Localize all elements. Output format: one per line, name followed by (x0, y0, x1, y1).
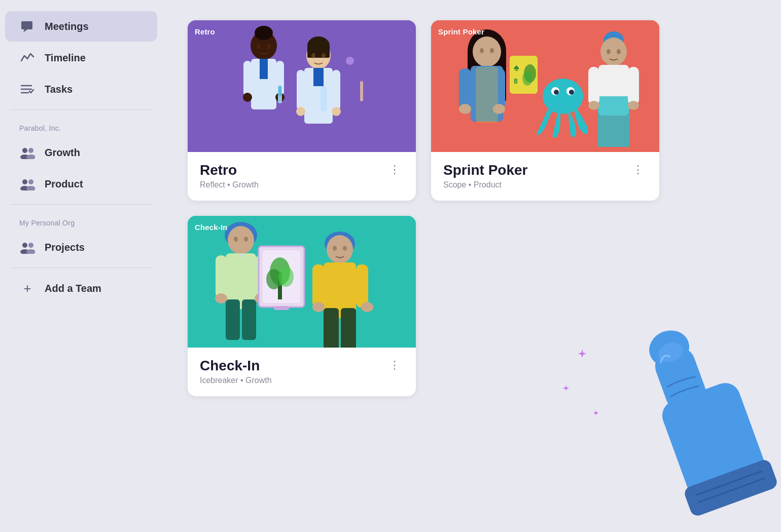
retro-card-subtitle: Reflect • Growth (200, 180, 259, 189)
svg-point-56 (480, 48, 484, 53)
svg-rect-53 (476, 67, 498, 123)
sprint-poker-card[interactable]: Sprint Poker (431, 20, 659, 201)
svg-point-106 (361, 302, 373, 312)
sidebar-item-projects[interactable]: Projects (5, 232, 157, 262)
checkin-card[interactable]: Check-In (188, 216, 416, 396)
svg-rect-97 (274, 306, 289, 310)
org-section-label: Parabol, Inc. (0, 115, 162, 136)
svg-point-26 (243, 93, 252, 102)
tasks-icon (19, 81, 36, 97)
decoration-area (538, 319, 781, 532)
main-content: Retro (162, 0, 781, 532)
timeline-icon (19, 50, 36, 66)
svg-point-108 (343, 246, 347, 251)
svg-point-99 (327, 235, 353, 263)
svg-point-77 (617, 49, 621, 54)
svg-point-66 (554, 90, 559, 95)
retro-illustration (188, 20, 416, 152)
svg-rect-103 (324, 308, 339, 348)
svg-point-114 (644, 325, 694, 372)
sprint-card-subtitle: Scope • Product (443, 180, 527, 189)
svg-rect-51 (459, 68, 471, 109)
svg-point-76 (607, 49, 611, 54)
svg-rect-29 (278, 86, 281, 96)
svg-point-62 (522, 71, 532, 86)
svg-rect-1 (21, 21, 32, 29)
svg-rect-82 (216, 255, 227, 298)
svg-point-12 (28, 179, 33, 184)
svg-point-30 (257, 44, 261, 49)
svg-rect-102 (356, 264, 368, 308)
svg-point-57 (490, 48, 494, 53)
svg-point-43 (322, 53, 326, 58)
sidebar-divider-1 (10, 109, 152, 110)
sidebar-item-timeline-label: Timeline (45, 52, 86, 64)
checkin-illustration (188, 216, 416, 348)
checkin-card-image: Check-In (188, 216, 416, 348)
checkin-card-subtitle: Icebreaker • Growth (200, 376, 272, 385)
add-team-label: Add a Team (45, 283, 101, 294)
svg-point-107 (333, 246, 337, 251)
sidebar-item-tasks-label: Tasks (45, 84, 73, 95)
svg-rect-23 (260, 59, 268, 79)
sidebar-item-timeline[interactable]: Timeline (5, 43, 157, 73)
svg-rect-72 (588, 67, 599, 105)
add-icon: + (19, 280, 36, 296)
svg-rect-37 (297, 70, 305, 110)
sidebar-divider-3 (10, 268, 152, 268)
retro-card-image: Retro (188, 20, 416, 152)
svg-point-90 (244, 237, 248, 242)
svg-point-39 (296, 107, 305, 116)
svg-rect-38 (332, 70, 340, 110)
chat-icon (19, 18, 36, 34)
svg-point-89 (234, 237, 238, 242)
sidebar-item-meetings-label: Meetings (45, 21, 89, 32)
add-team-button[interactable]: + Add a Team (5, 273, 157, 303)
sidebar-item-tasks[interactable]: Tasks (5, 74, 157, 104)
sidebar-item-growth[interactable]: Growth (5, 137, 157, 168)
checkin-card-info: Check-In Icebreaker • Growth (200, 358, 272, 385)
svg-rect-41 (321, 86, 327, 111)
checkin-card-menu-button[interactable]: ⋮ (386, 358, 404, 373)
svg-point-118 (656, 339, 686, 365)
svg-text:♠: ♠ (514, 62, 519, 73)
svg-rect-104 (341, 308, 356, 348)
retro-card-body: Retro Reflect • Growth ⋮ (188, 152, 416, 201)
svg-point-75 (628, 101, 639, 110)
svg-point-88 (239, 254, 242, 257)
svg-point-42 (311, 53, 315, 58)
sidebar-item-product[interactable]: Product (5, 169, 157, 199)
svg-point-21 (259, 27, 269, 35)
svg-rect-73 (628, 67, 639, 105)
retro-card[interactable]: Retro (188, 20, 416, 201)
sprint-illustration: ♠ 8 (431, 20, 659, 152)
svg-point-16 (28, 243, 33, 248)
svg-rect-113 (650, 341, 711, 417)
sidebar-item-product-label: Product (45, 178, 83, 190)
svg-point-49 (473, 36, 501, 67)
retro-card-info: Retro Reflect • Growth (200, 162, 259, 189)
svg-rect-71 (597, 96, 630, 147)
svg-point-8 (28, 148, 33, 153)
sidebar-item-meetings[interactable]: Meetings (5, 11, 157, 42)
sprint-card-body: Sprint Poker Scope • Product ⋮ (431, 152, 659, 201)
checkin-card-body: Check-In Icebreaker • Growth ⋮ (188, 348, 416, 396)
svg-rect-24 (243, 61, 252, 96)
sprint-card-menu-button[interactable]: ⋮ (629, 162, 647, 177)
svg-marker-109 (578, 350, 586, 358)
svg-text:8: 8 (514, 77, 518, 85)
svg-point-40 (332, 107, 341, 116)
svg-point-96 (278, 267, 294, 287)
svg-rect-34 (307, 46, 330, 58)
svg-point-55 (459, 104, 471, 114)
svg-rect-36 (313, 68, 324, 86)
checkin-type-badge: Check-In (195, 223, 228, 232)
svg-line-116 (696, 471, 763, 495)
sprint-card-info: Sprint Poker Scope • Product (443, 162, 527, 189)
retro-card-menu-button[interactable]: ⋮ (386, 162, 404, 177)
svg-rect-85 (242, 299, 256, 340)
svg-point-14 (22, 243, 27, 248)
svg-marker-111 (593, 410, 598, 415)
retro-type-badge: Retro (195, 27, 215, 36)
svg-point-44 (346, 57, 354, 65)
